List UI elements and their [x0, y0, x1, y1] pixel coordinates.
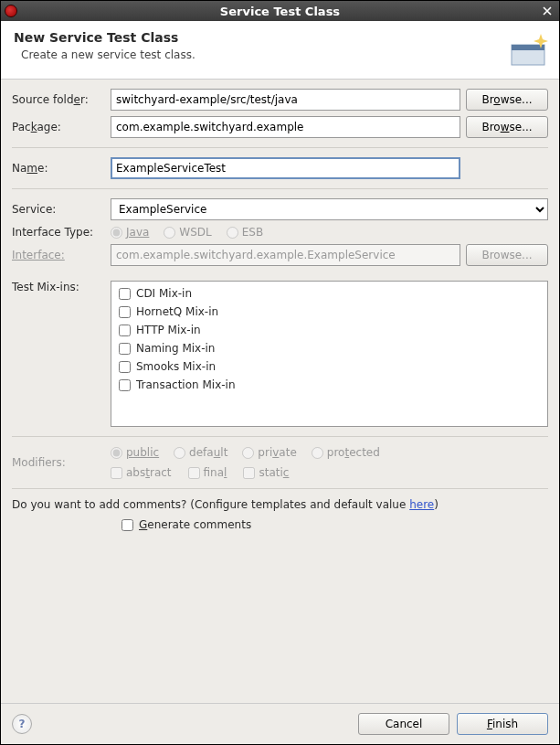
- separator: [12, 188, 548, 189]
- window-title: Service Test Class: [21, 5, 539, 18]
- separator: [12, 436, 548, 437]
- modifier-default: default: [174, 446, 227, 459]
- cancel-button[interactable]: Cancel: [358, 713, 449, 735]
- browse-source-button[interactable]: Browse...: [466, 89, 548, 111]
- separator: [12, 488, 548, 489]
- name-label: Name:: [12, 162, 105, 175]
- interface-type-java: Java: [111, 226, 149, 239]
- modifier-static: static: [243, 466, 289, 479]
- close-icon[interactable]: [539, 3, 555, 19]
- dialog-header: New Service Test Class Create a new serv…: [1, 21, 559, 80]
- modifiers-label: Modifiers:: [12, 456, 105, 469]
- interface-type-group: Java WSDL ESB: [111, 226, 263, 239]
- help-icon[interactable]: ?: [12, 714, 32, 734]
- mixin-item[interactable]: Naming Mix-in: [119, 342, 540, 355]
- interface-type-wsdl: WSDL: [164, 226, 211, 239]
- interface-type-label: Interface Type:: [12, 226, 105, 239]
- wizard-icon: [506, 30, 548, 72]
- configure-here-link[interactable]: here: [409, 498, 434, 511]
- app-icon: [5, 5, 17, 17]
- header-title: New Service Test Class: [14, 30, 546, 45]
- dialog-content: Source folder: Browse... Package: Browse…: [1, 80, 559, 703]
- finish-button[interactable]: Finish: [457, 713, 548, 735]
- modifier-visibility-group: public default private protected: [111, 446, 548, 459]
- browse-package-button[interactable]: Browse...: [466, 116, 548, 138]
- package-label: Package:: [12, 121, 105, 133]
- separator: [12, 147, 548, 148]
- source-folder-input[interactable]: [111, 89, 460, 111]
- service-select[interactable]: ExampleService: [111, 198, 548, 220]
- mixins-label: Test Mix-ins:: [12, 281, 105, 293]
- modifier-private: private: [242, 446, 296, 459]
- package-input[interactable]: [111, 116, 460, 138]
- browse-interface-button: Browse...: [466, 244, 548, 266]
- dialog-window: Service Test Class New Service Test Clas…: [0, 0, 560, 745]
- generate-comments-label: Generate comments: [139, 518, 251, 531]
- mixins-list[interactable]: CDI Mix-in HornetQ Mix-in HTTP Mix-in Na…: [111, 281, 548, 427]
- mixin-item[interactable]: HornetQ Mix-in: [119, 305, 540, 318]
- modifier-public: public: [111, 446, 159, 459]
- interface-label: Interface:: [12, 249, 105, 261]
- modifier-abstract: abstract: [111, 466, 172, 479]
- modifier-flags-group: abstract final static: [111, 466, 548, 479]
- header-subtitle: Create a new service test class.: [21, 48, 546, 61]
- mixin-item[interactable]: CDI Mix-in: [119, 287, 540, 300]
- name-input[interactable]: [111, 157, 460, 179]
- modifier-final: final: [188, 466, 227, 479]
- service-label: Service:: [12, 203, 105, 216]
- comments-text: Do you want to add comments? (Configure …: [12, 498, 548, 511]
- dialog-footer: ? Cancel Finish: [1, 703, 559, 744]
- mixin-item[interactable]: HTTP Mix-in: [119, 324, 540, 336]
- source-folder-label: Source folder:: [12, 93, 105, 106]
- titlebar[interactable]: Service Test Class: [1, 1, 559, 21]
- interface-input: [111, 244, 460, 266]
- svg-rect-1: [512, 45, 544, 50]
- interface-type-esb: ESB: [227, 226, 263, 239]
- mixin-item[interactable]: Transaction Mix-in: [119, 378, 540, 391]
- modifier-protected: protected: [312, 446, 380, 459]
- generate-comments-checkbox[interactable]: [122, 519, 133, 531]
- mixin-item[interactable]: Smooks Mix-in: [119, 360, 540, 373]
